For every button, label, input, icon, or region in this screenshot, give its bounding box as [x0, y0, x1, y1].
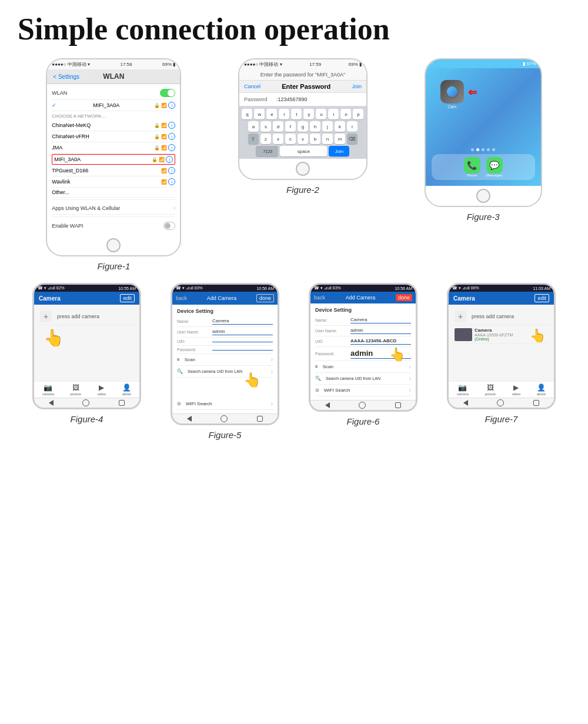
fig1-net-mifi[interactable]: MIFI_3A0A 🔒📶i	[52, 154, 175, 165]
fig3-home-btn[interactable]	[476, 189, 490, 203]
key-y[interactable]: y	[303, 109, 314, 119]
fig6-done[interactable]: done	[396, 294, 412, 301]
key-c[interactable]: c	[285, 134, 296, 144]
fig4-add-row[interactable]: + press add camera	[38, 308, 136, 325]
fig7-back-ind[interactable]	[463, 400, 468, 406]
key-j[interactable]: j	[322, 121, 333, 132]
fig4-nav-picture[interactable]: 🖼 picture	[71, 383, 81, 396]
key-f[interactable]: f	[285, 121, 296, 132]
fig1-apps-row[interactable]: Apps Using WLAN & Cellular ›	[52, 202, 175, 215]
key-o[interactable]: o	[340, 109, 351, 119]
fig5-wifi-search[interactable]: ⊙ WIFI Search ›	[177, 398, 273, 410]
key-n[interactable]: n	[322, 134, 333, 144]
fig7-cam-status: (Online)	[475, 337, 513, 341]
fig1-back-btn[interactable]: < Settings	[53, 74, 79, 80]
fig7-header-title: Camera	[453, 295, 475, 302]
fig3-red-arrow: ⇐	[468, 86, 477, 99]
fig2-keyboard[interactable]: q w e r t y u i o p a s d f g h	[239, 106, 366, 159]
fig3-dock-phone[interactable]: 📞 Phone	[464, 157, 480, 177]
key-d[interactable]: d	[273, 121, 283, 132]
fig5-wifi-chevron: ›	[271, 401, 273, 407]
fig6-back[interactable]: back	[314, 295, 325, 301]
fig7-nav-video[interactable]: ▶ video	[512, 383, 520, 396]
fig4-nav-about[interactable]: 👤 about	[122, 383, 131, 396]
fig1-net-1: ChinaNet-MeKQ 🔒📶i	[52, 120, 175, 131]
fig4-nav-video[interactable]: ▶ video	[98, 383, 106, 396]
key-q[interactable]: q	[242, 109, 252, 119]
fig4-android-nav	[34, 398, 139, 408]
key-w[interactable]: w	[254, 109, 265, 119]
fig3-label: Figure-3	[467, 212, 500, 222]
fig4-hand-icon: 👆	[44, 328, 64, 348]
key-v[interactable]: v	[298, 134, 308, 144]
fig3-camera-app[interactable]: Cam	[440, 80, 464, 109]
fig7-cam-row[interactable]: Camera AAAA-19350-0FZTM (Online) 👆	[452, 325, 550, 344]
fig2-cancel[interactable]: Cancel	[244, 84, 260, 89]
key-p[interactable]: p	[353, 109, 363, 119]
fig7-add-row[interactable]: + press add camera	[452, 308, 550, 325]
fig5-back-ind[interactable]	[187, 416, 192, 422]
fig2-join-btn[interactable]: Join	[352, 84, 362, 89]
fig1-home-btn[interactable]	[106, 238, 121, 252]
fig5-home-ind[interactable]	[220, 415, 228, 422]
fig3-dock-msg[interactable]: 💬 Messages	[486, 157, 503, 177]
key-space[interactable]: space	[280, 146, 327, 156]
fig7-plus-icon: +	[455, 311, 466, 322]
fig4-body: + press add camera 👆	[34, 305, 139, 381]
key-t[interactable]: t	[291, 109, 302, 119]
key-shift[interactable]: ⇧	[248, 134, 259, 144]
fig6-hand-icon: 👆	[389, 347, 405, 362]
fig5-scan[interactable]: ≡ Scan ›	[177, 354, 273, 366]
fig1-net-tp: TPGuest_D166 📶i	[52, 165, 175, 176]
fig4-home-ind[interactable]	[82, 399, 89, 406]
fig2-kb-row2: a s d f g h j k l	[242, 121, 364, 132]
key-i[interactable]: i	[328, 109, 339, 119]
fig7-nav-camera[interactable]: 📷 camera	[457, 383, 469, 396]
fig7-time: 11:03 AM	[533, 286, 550, 291]
fig6-search-label: Search camera UID from LAN	[326, 376, 409, 381]
fig4-square-ind[interactable]	[119, 400, 125, 406]
key-e[interactable]: e	[266, 109, 277, 119]
key-z[interactable]: z	[260, 134, 271, 144]
fig7-home-ind[interactable]	[497, 399, 504, 406]
fig4-back-ind[interactable]	[49, 400, 54, 406]
fig5-square-ind[interactable]	[257, 416, 263, 422]
fig4-header-edit[interactable]: edit	[120, 294, 135, 302]
fig1-checked-network: MIFI_3A0A 🔒 📶 i	[52, 100, 175, 111]
key-s[interactable]: s	[260, 121, 271, 132]
key-u[interactable]: u	[316, 109, 326, 119]
fig6-wifi-search[interactable]: ⊙ WIFI Search ›	[315, 385, 411, 396]
key-b[interactable]: b	[310, 134, 320, 144]
key-backspace[interactable]: ⌫	[347, 134, 358, 144]
figure-3-container: ··· ▮ 67% Cam ⇐	[425, 58, 542, 222]
fig6-search-uid[interactable]: 🔍 Search camera UID from LAN ›	[315, 373, 411, 385]
key-x[interactable]: x	[273, 134, 283, 144]
fig6-square-ind[interactable]	[395, 402, 401, 408]
key-123[interactable]: .?123	[256, 146, 278, 156]
fig7-nav-picture[interactable]: 🖼 picture	[485, 383, 496, 396]
fig2-home-btn[interactable]	[296, 162, 310, 176]
key-r[interactable]: r	[279, 109, 289, 119]
fig7-header-edit[interactable]: edit	[534, 294, 549, 302]
fig4-header-title: Camera	[39, 295, 61, 302]
fig1-nav: < Settings WLAN	[47, 69, 180, 84]
key-h[interactable]: h	[310, 121, 320, 132]
key-l[interactable]: l	[347, 121, 358, 132]
key-m[interactable]: m	[335, 134, 345, 144]
key-join[interactable]: Join	[329, 146, 349, 156]
key-k[interactable]: k	[335, 121, 345, 132]
fig6-home-ind[interactable]	[359, 402, 366, 409]
fig1-wlan-toggle[interactable]	[160, 89, 175, 97]
fig5-done[interactable]: done	[256, 294, 274, 302]
fig5-back[interactable]: back	[176, 295, 187, 301]
fig7-nav-about[interactable]: 👤 about	[537, 383, 546, 396]
fig4-nav-camera[interactable]: 📷 camera	[42, 383, 54, 396]
fig7-square-ind[interactable]	[533, 400, 539, 406]
fig6-back-ind[interactable]	[325, 402, 330, 408]
fig1-wapi-toggle[interactable]	[163, 222, 175, 230]
figure-6-container: ☎ ▾ ⊿ull 83% 10:56 AM back Add Camera do…	[309, 283, 417, 426]
key-g[interactable]: g	[298, 121, 308, 132]
fig6-scan[interactable]: ≡ Scan ›	[315, 361, 411, 373]
fig3-phone-label: Phone	[467, 174, 477, 177]
key-a[interactable]: a	[248, 121, 259, 132]
